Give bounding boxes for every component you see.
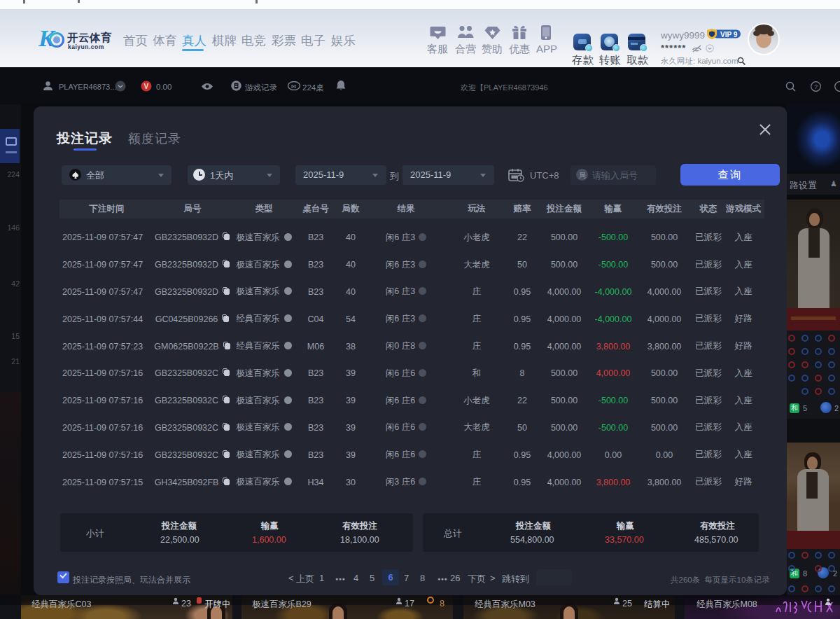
svg-text:VIP 9: VIP 9	[720, 31, 738, 39]
svg-text:K: K	[38, 25, 56, 51]
svg-text:V: V	[144, 83, 149, 90]
svg-text:⋈: ⋈	[291, 83, 297, 90]
svg-text:?: ?	[814, 83, 818, 90]
